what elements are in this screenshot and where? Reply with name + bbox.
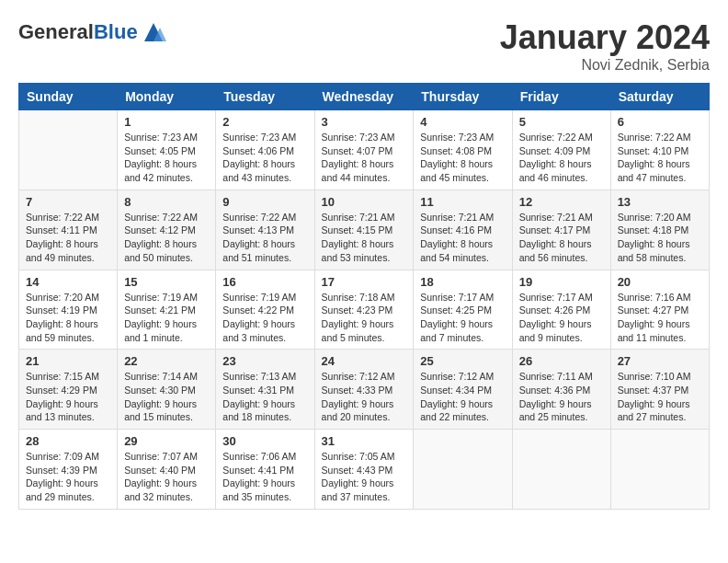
sunset-time: Sunset: 4:11 PM	[26, 224, 97, 236]
day-number: 3	[322, 115, 407, 129]
day-info: Sunrise: 7:11 AM Sunset: 4:36 PM Dayligh…	[519, 370, 604, 424]
calendar-week-3: 14 Sunrise: 7:20 AM Sunset: 4:19 PM Dayl…	[19, 270, 710, 350]
table-row: 28 Sunrise: 7:09 AM Sunset: 4:39 PM Dayl…	[19, 430, 118, 510]
day-info: Sunrise: 7:23 AM Sunset: 4:05 PM Dayligh…	[124, 131, 209, 185]
day-number: 7	[26, 195, 110, 209]
sunrise-time: Sunrise: 7:18 AM	[322, 292, 395, 303]
table-row: 7 Sunrise: 7:22 AM Sunset: 4:11 PM Dayli…	[19, 190, 118, 270]
table-row: 15 Sunrise: 7:19 AM Sunset: 4:21 PM Dayl…	[118, 270, 216, 350]
sunrise-time: Sunrise: 7:13 AM	[222, 371, 296, 382]
day-info: Sunrise: 7:15 AM Sunset: 4:29 PM Dayligh…	[26, 370, 110, 424]
sunset-time: Sunset: 4:12 PM	[124, 224, 196, 236]
day-number: 26	[519, 354, 604, 368]
sunrise-time: Sunrise: 7:15 AM	[26, 371, 99, 382]
day-info: Sunrise: 7:09 AM Sunset: 4:39 PM Dayligh…	[26, 450, 110, 504]
col-wednesday: Wednesday	[314, 84, 414, 110]
table-row: 10 Sunrise: 7:21 AM Sunset: 4:15 PM Dayl…	[314, 190, 414, 270]
day-info: Sunrise: 7:20 AM Sunset: 4:18 PM Dayligh…	[618, 211, 702, 265]
daylight-hours: Daylight: 9 hours and 32 minutes.	[124, 477, 197, 502]
table-row: 11 Sunrise: 7:21 AM Sunset: 4:16 PM Dayl…	[414, 190, 512, 270]
sunset-time: Sunset: 4:27 PM	[618, 304, 689, 316]
col-tuesday: Tuesday	[216, 84, 314, 110]
day-number: 25	[420, 354, 505, 368]
daylight-hours: Daylight: 8 hours and 45 minutes.	[420, 158, 493, 183]
sunset-time: Sunset: 4:25 PM	[420, 304, 492, 316]
table-row: 9 Sunrise: 7:22 AM Sunset: 4:13 PM Dayli…	[216, 190, 314, 270]
daylight-hours: Daylight: 8 hours and 50 minutes.	[124, 238, 197, 263]
sunset-time: Sunset: 4:13 PM	[222, 224, 294, 236]
daylight-hours: Daylight: 9 hours and 3 minutes.	[222, 318, 295, 343]
day-number: 19	[519, 275, 604, 289]
day-number: 23	[222, 354, 307, 368]
col-sunday: Sunday	[19, 84, 118, 110]
col-monday: Monday	[118, 84, 216, 110]
daylight-hours: Daylight: 9 hours and 29 minutes.	[26, 477, 98, 502]
sunrise-time: Sunrise: 7:10 AM	[618, 371, 691, 382]
daylight-hours: Daylight: 9 hours and 11 minutes.	[618, 318, 690, 343]
daylight-hours: Daylight: 9 hours and 9 minutes.	[519, 318, 592, 343]
day-number: 21	[26, 354, 110, 368]
col-saturday: Saturday	[610, 84, 709, 110]
col-friday: Friday	[512, 84, 610, 110]
sunrise-time: Sunrise: 7:21 AM	[519, 212, 593, 223]
day-number: 11	[420, 195, 505, 209]
sunset-time: Sunset: 4:22 PM	[222, 304, 294, 316]
sunrise-time: Sunrise: 7:07 AM	[124, 451, 198, 462]
sunset-time: Sunset: 4:43 PM	[322, 465, 393, 476]
sunrise-time: Sunrise: 7:12 AM	[322, 371, 395, 382]
day-number: 22	[124, 354, 209, 368]
logo-general-text: General	[18, 20, 94, 43]
day-number: 2	[222, 115, 307, 129]
day-number: 12	[519, 195, 604, 209]
daylight-hours: Daylight: 8 hours and 58 minutes.	[618, 238, 690, 263]
sunrise-time: Sunrise: 7:20 AM	[618, 212, 691, 223]
table-row: 27 Sunrise: 7:10 AM Sunset: 4:37 PM Dayl…	[610, 350, 709, 430]
day-number: 31	[322, 434, 407, 448]
day-info: Sunrise: 7:19 AM Sunset: 4:22 PM Dayligh…	[222, 291, 307, 345]
daylight-hours: Daylight: 8 hours and 51 minutes.	[222, 238, 295, 263]
daylight-hours: Daylight: 9 hours and 27 minutes.	[618, 398, 690, 423]
day-info: Sunrise: 7:16 AM Sunset: 4:27 PM Dayligh…	[618, 291, 702, 345]
day-info: Sunrise: 7:19 AM Sunset: 4:21 PM Dayligh…	[124, 291, 209, 345]
daylight-hours: Daylight: 8 hours and 59 minutes.	[26, 318, 98, 343]
sunset-time: Sunset: 4:09 PM	[519, 145, 591, 156]
sunset-time: Sunset: 4:31 PM	[222, 385, 294, 396]
table-row: 8 Sunrise: 7:22 AM Sunset: 4:12 PM Dayli…	[118, 190, 216, 270]
sunset-time: Sunset: 4:41 PM	[222, 465, 294, 476]
sunrise-time: Sunrise: 7:21 AM	[420, 212, 494, 223]
sunset-time: Sunset: 4:21 PM	[124, 304, 196, 316]
sunset-time: Sunset: 4:07 PM	[322, 145, 393, 156]
day-info: Sunrise: 7:21 AM Sunset: 4:16 PM Dayligh…	[420, 211, 505, 265]
table-row	[414, 430, 512, 510]
sunrise-time: Sunrise: 7:12 AM	[420, 371, 494, 382]
day-number: 8	[124, 195, 209, 209]
day-number: 5	[519, 115, 604, 129]
col-thursday: Thursday	[414, 84, 512, 110]
day-info: Sunrise: 7:22 AM Sunset: 4:09 PM Dayligh…	[519, 131, 604, 185]
table-row: 16 Sunrise: 7:19 AM Sunset: 4:22 PM Dayl…	[216, 270, 314, 350]
day-info: Sunrise: 7:10 AM Sunset: 4:37 PM Dayligh…	[618, 370, 702, 424]
daylight-hours: Daylight: 8 hours and 56 minutes.	[519, 238, 592, 263]
table-row: 29 Sunrise: 7:07 AM Sunset: 4:40 PM Dayl…	[118, 430, 216, 510]
logo: GeneralBlue	[18, 18, 167, 46]
day-number: 15	[124, 275, 209, 289]
sunset-time: Sunset: 4:08 PM	[420, 145, 492, 156]
day-number: 10	[322, 195, 407, 209]
sunrise-time: Sunrise: 7:06 AM	[222, 451, 296, 462]
table-row: 12 Sunrise: 7:21 AM Sunset: 4:17 PM Dayl…	[512, 190, 610, 270]
table-row: 5 Sunrise: 7:22 AM Sunset: 4:09 PM Dayli…	[512, 110, 610, 190]
day-info: Sunrise: 7:17 AM Sunset: 4:25 PM Dayligh…	[420, 291, 505, 345]
daylight-hours: Daylight: 8 hours and 47 minutes.	[618, 158, 690, 183]
table-row: 13 Sunrise: 7:20 AM Sunset: 4:18 PM Dayl…	[610, 190, 709, 270]
day-number: 4	[420, 115, 505, 129]
sunrise-time: Sunrise: 7:05 AM	[322, 451, 395, 462]
location: Novi Zednik, Serbia	[500, 57, 710, 74]
day-info: Sunrise: 7:12 AM Sunset: 4:34 PM Dayligh…	[420, 370, 505, 424]
table-row: 18 Sunrise: 7:17 AM Sunset: 4:25 PM Dayl…	[414, 270, 512, 350]
table-row: 19 Sunrise: 7:17 AM Sunset: 4:26 PM Dayl…	[512, 270, 610, 350]
day-info: Sunrise: 7:18 AM Sunset: 4:23 PM Dayligh…	[322, 291, 407, 345]
sunset-time: Sunset: 4:30 PM	[124, 385, 196, 396]
table-row	[610, 430, 709, 510]
sunrise-time: Sunrise: 7:23 AM	[420, 132, 494, 143]
table-row: 24 Sunrise: 7:12 AM Sunset: 4:33 PM Dayl…	[314, 350, 414, 430]
